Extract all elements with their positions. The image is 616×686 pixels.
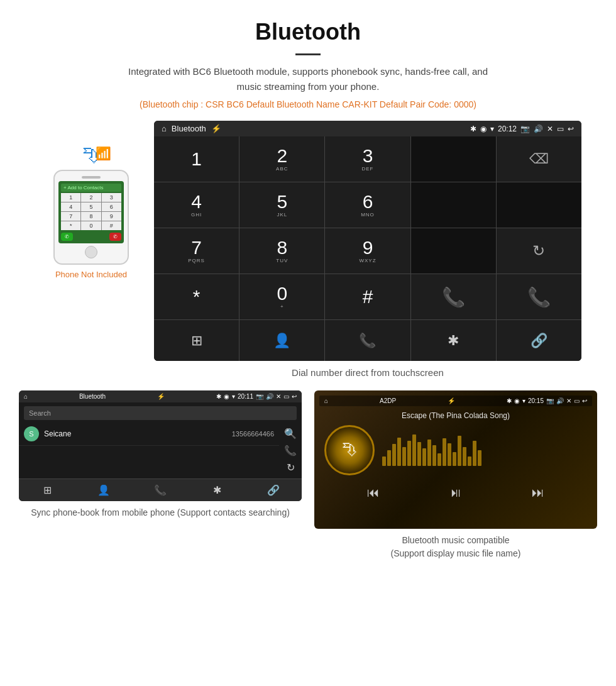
pb-search-field[interactable]: Search (24, 406, 297, 420)
pb-vol-icon: 🔊 (266, 393, 273, 400)
phone-key: 1 (61, 193, 80, 202)
close-icon: ✕ (547, 124, 553, 133)
pb-reload-right-icon[interactable]: ↻ (284, 462, 297, 473)
location-icon: ◉ (480, 124, 487, 133)
music-vol-icon: 🔊 (556, 397, 564, 404)
music-screen: ⌂ A2DP ⚡ ✱ ◉ ▾ 20:15 📷 🔊 ✕ ▭ ↩ (314, 390, 597, 529)
music-back-icon: ↩ (582, 397, 587, 404)
dial-key-star[interactable]: * (154, 274, 239, 319)
phone-key: 7 (61, 212, 80, 221)
phone-key: 4 (61, 202, 80, 211)
viz-bar (448, 443, 451, 466)
dial-backspace-button[interactable]: ⌫ (497, 136, 581, 182)
dial-key-4[interactable]: 4 GHI (154, 182, 239, 228)
dial-key-hash[interactable]: # (325, 274, 410, 319)
pb-bottom-grid[interactable]: ⊞ (19, 479, 75, 501)
phone-home-button (85, 246, 97, 258)
music-loc-icon: ◉ (514, 397, 520, 404)
viz-bar (453, 452, 456, 466)
music-prev-button[interactable]: ⏮ (367, 485, 380, 500)
dial-key-2[interactable]: 2 ABC (239, 136, 324, 182)
subtitle: Integrated with BC6 Bluetooth module, su… (119, 64, 497, 94)
pb-search-icon[interactable]: 🔍 (284, 428, 297, 440)
pb-status-bar: ⌂ Bluetooth ⚡ ✱ ◉ ▾ 20:11 📷 🔊 ✕ ▭ ↩ (19, 390, 302, 402)
viz-bar (407, 441, 411, 466)
viz-bars (382, 434, 587, 466)
dial-key-9[interactable]: 9 WXYZ (325, 228, 410, 274)
viz-bar (427, 440, 431, 466)
music-bt-icon: ✱ (507, 397, 512, 404)
dial-bottom-grid-button[interactable]: ⊞ (154, 320, 239, 361)
phone-not-included-label: Phone Not Included (55, 270, 127, 279)
dial-key-5[interactable]: 5 JKL (239, 182, 324, 228)
pb-bottom-phone[interactable]: 📞 (132, 479, 189, 501)
status-left: ⌂ Bluetooth ⚡ (162, 124, 221, 133)
pb-contact-row[interactable]: S Seicane 13566664466 (19, 423, 279, 446)
music-song-title: Escape (The Pina Colada Song) (319, 411, 592, 420)
music-caption: Bluetooth music compatible(Support displ… (391, 534, 521, 560)
viz-bar (402, 447, 406, 466)
back-icon: ↩ (568, 124, 574, 133)
pb-bottom-link[interactable]: 🔗 (245, 479, 302, 501)
phone-key: # (102, 221, 121, 230)
dial-bottom-link-button[interactable]: 🔗 (497, 320, 581, 361)
dial-end-button[interactable]: 📞 (497, 274, 581, 319)
dial-bottom-contacts-button[interactable]: 👤 (239, 320, 324, 361)
phone-speaker (82, 176, 101, 179)
pb-phone-right-icon[interactable]: 📞 (284, 445, 297, 456)
dial-caption: Dial number direct from touchscreen (292, 367, 444, 378)
volume-icon: 🔊 (534, 124, 543, 133)
dial-key-7[interactable]: 7 PQRS (154, 228, 239, 274)
phone-mock: + Add to Contacts 1 2 3 4 5 6 7 8 9 * 0 … (53, 170, 129, 265)
pb-bottom-bluetooth[interactable]: ✱ (189, 479, 245, 501)
dial-key-1[interactable]: 1 (154, 136, 239, 182)
dial-key-8[interactable]: 8 TUV (239, 228, 324, 274)
viz-bar (443, 438, 446, 466)
music-visualizer (382, 434, 587, 466)
dial-status-bar: ⌂ Bluetooth ⚡ ✱ ◉ ▾ 20:12 📷 🔊 ✕ ▭ ↩ (154, 121, 581, 136)
dial-cell-empty-1 (411, 136, 496, 182)
pb-bottom-contacts[interactable]: 👤 (75, 479, 132, 501)
window-icon: ▭ (557, 124, 564, 133)
bluetooth-status-icon: ✱ (470, 124, 476, 133)
music-title: A2DP (380, 397, 396, 404)
pb-content: S Seicane 13566664466 🔍 📞 ↻ (19, 423, 302, 479)
pb-loc-icon: ◉ (224, 393, 229, 400)
pb-bt-icon: ✱ (216, 393, 221, 400)
viz-bar (412, 434, 416, 466)
music-win-icon: ▭ (574, 397, 580, 404)
phone-screen-top: + Add to Contacts (61, 184, 121, 192)
time-display: 20:12 (498, 124, 517, 133)
dial-key-6[interactable]: 6 MNO (325, 182, 410, 228)
phone-key: 9 (102, 212, 121, 221)
dial-grid: 1 2 ABC 3 DEF ⌫ 4 GHI (154, 136, 581, 319)
music-play-pause-button[interactable]: ⏯ (449, 485, 462, 500)
dial-bottom-phone-button[interactable]: 📞 (325, 320, 410, 361)
phone-key: 2 (81, 193, 101, 202)
pb-home-icon: ⌂ (24, 393, 28, 400)
music-time: 20:15 (528, 397, 544, 404)
pb-contact-name: Seicane (44, 429, 232, 438)
pb-time: 20:11 (238, 393, 253, 400)
dial-bottom-bar: ⊞ 👤 📞 ✱ 🔗 (154, 319, 581, 361)
pb-contact-avatar: S (24, 426, 39, 441)
viz-bar (478, 450, 481, 466)
dial-call-button[interactable]: 📞 (411, 274, 496, 319)
dial-reload-button[interactable]: ↻ (497, 228, 581, 274)
dial-bottom-bluetooth-button[interactable]: ✱ (411, 320, 496, 361)
viz-bar (473, 441, 476, 466)
viz-bar (422, 448, 426, 466)
pb-win-icon: ▭ (283, 393, 289, 400)
pb-cam-icon: 📷 (256, 393, 263, 400)
viz-bar (437, 453, 441, 466)
pb-right-icons: 🔍 📞 ↻ (279, 423, 302, 479)
dial-key-0[interactable]: 0 + (239, 274, 324, 319)
music-next-button[interactable]: ⏭ (532, 485, 544, 500)
album-bluetooth-icon: ⮷ (342, 441, 357, 459)
pb-usb-icon: ⚡ (157, 393, 165, 400)
title-divider (295, 53, 321, 55)
dial-key-3[interactable]: 3 DEF (325, 136, 410, 182)
bottom-screens: ⌂ Bluetooth ⚡ ✱ ◉ ▾ 20:11 📷 🔊 ✕ ▭ ↩ Sear… (0, 390, 616, 560)
viz-bar (392, 444, 396, 466)
pb-back-icon: ↩ (292, 393, 297, 400)
